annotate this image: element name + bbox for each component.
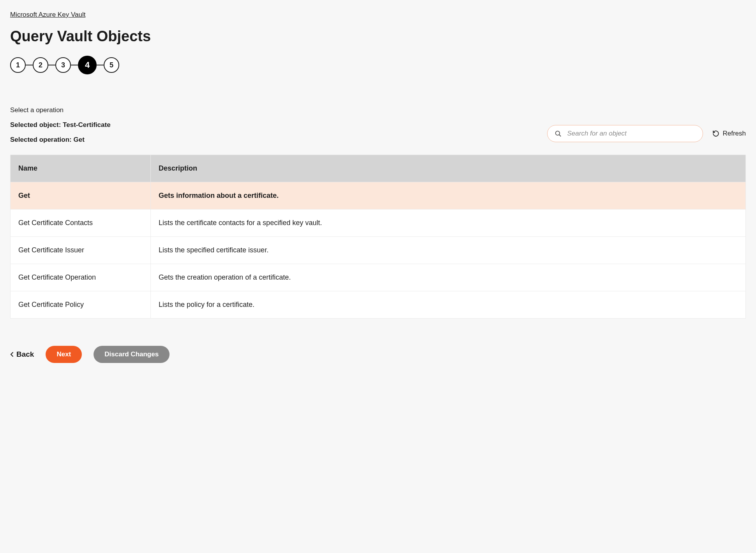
step-3[interactable]: 3: [55, 57, 71, 73]
table-row[interactable]: Get Certificate ContactsLists the certif…: [11, 210, 746, 237]
col-header-name[interactable]: Name: [11, 155, 151, 182]
page-title: Query Vault Objects: [10, 28, 746, 45]
step-connector: [48, 65, 55, 65]
step-5[interactable]: 5: [104, 57, 119, 73]
breadcrumb-link[interactable]: Microsoft Azure Key Vault: [10, 11, 85, 19]
step-connector: [97, 65, 104, 65]
search-icon: [555, 130, 562, 137]
operation-description: Gets the creation operation of a certifi…: [151, 264, 746, 291]
select-operation-label: Select a operation: [10, 106, 547, 114]
svg-line-1: [559, 135, 561, 136]
operation-description: Lists the specified certificate issuer.: [151, 237, 746, 264]
next-button[interactable]: Next: [46, 346, 82, 363]
back-button[interactable]: Back: [10, 350, 34, 359]
table-row[interactable]: Get Certificate OperationGets the creati…: [11, 264, 746, 291]
refresh-label: Refresh: [722, 130, 746, 137]
step-4[interactable]: 4: [78, 56, 97, 74]
operations-table: Name Description GetGets information abo…: [10, 155, 746, 319]
table-row[interactable]: Get Certificate PolicyLists the policy f…: [11, 291, 746, 319]
stepper: 12345: [10, 56, 746, 74]
operation-description: Lists the policy for a certificate.: [151, 291, 746, 319]
chevron-left-icon: [10, 352, 14, 357]
table-row[interactable]: Get Certificate IssuerLists the specifie…: [11, 237, 746, 264]
step-2[interactable]: 2: [33, 57, 48, 73]
search-input[interactable]: [566, 129, 696, 138]
discard-button[interactable]: Discard Changes: [94, 346, 170, 363]
step-1[interactable]: 1: [10, 57, 26, 73]
operation-description: Lists the certificate contacts for a spe…: [151, 210, 746, 237]
search-field-wrap[interactable]: [547, 125, 703, 142]
col-header-description[interactable]: Description: [151, 155, 746, 182]
table-row[interactable]: GetGets information about a certificate.: [11, 182, 746, 210]
operation-name: Get: [11, 182, 151, 210]
operation-name: Get Certificate Operation: [11, 264, 151, 291]
operation-name: Get Certificate Policy: [11, 291, 151, 319]
selected-object-label: Selected object: Test-Certificate: [10, 121, 547, 129]
refresh-button[interactable]: Refresh: [712, 130, 746, 137]
step-connector: [26, 65, 33, 65]
selected-operation-label: Selected operation: Get: [10, 136, 547, 144]
back-label: Back: [16, 350, 34, 359]
operation-name: Get Certificate Issuer: [11, 237, 151, 264]
operation-name: Get Certificate Contacts: [11, 210, 151, 237]
operation-description: Gets information about a certificate.: [151, 182, 746, 210]
step-connector: [71, 65, 78, 65]
refresh-icon: [712, 130, 719, 137]
